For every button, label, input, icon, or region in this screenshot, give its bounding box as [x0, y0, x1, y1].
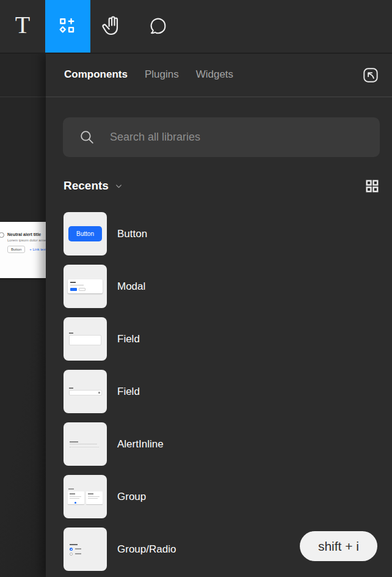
assets-tool-button[interactable] — [45, 0, 90, 53]
component-label: Button — [117, 228, 147, 240]
hand-tool-icon — [101, 15, 125, 38]
top-toolbar: T — [0, 0, 392, 54]
search-icon — [79, 129, 95, 145]
canvas-area[interactable]: Neutral alert title Lorem ipsum dolor am… — [0, 54, 46, 577]
component-label: Field — [117, 386, 140, 398]
tab-plugins[interactable]: Plugins — [145, 68, 179, 81]
component-thumbnail: Button — [64, 212, 107, 255]
panel-divider — [46, 97, 392, 97]
component-label: Modal — [117, 281, 145, 293]
component-thumbnail — [64, 265, 107, 308]
component-thumbnail — [64, 422, 107, 466]
assets-panel: Components Plugins Widgets Recents — [46, 54, 392, 577]
comment-tool-button[interactable] — [136, 0, 181, 53]
chevron-down-icon — [115, 182, 123, 190]
component-list-item[interactable]: Field — [64, 370, 382, 413]
component-thumbnail — [64, 475, 107, 518]
component-thumbnail — [64, 527, 107, 571]
alert-link[interactable]: + Link text — [29, 248, 46, 251]
panel-tabs: Components Plugins Widgets — [64, 62, 382, 87]
component-label: Field — [117, 333, 140, 345]
component-label: AlertInline — [117, 438, 164, 450]
grid-view-icon — [365, 178, 380, 194]
alert-body-text: Lorem ipsum dolor amet consec — [7, 238, 46, 242]
component-list-item[interactable]: Button Button — [64, 212, 382, 255]
tab-components[interactable]: Components — [64, 68, 128, 81]
alert-button[interactable]: Button — [7, 246, 25, 253]
search-input[interactable] — [109, 130, 368, 144]
component-label: Group/Radio — [117, 543, 176, 556]
canvas-frame-edge — [0, 97, 46, 97]
component-list-item[interactable]: Group — [64, 475, 382, 518]
recents-dropdown-button[interactable]: Recents — [64, 179, 123, 193]
text-tool-button[interactable]: T — [0, 0, 45, 53]
hand-tool-button[interactable] — [90, 0, 136, 53]
canvas-alert-component[interactable]: Neutral alert title Lorem ipsum dolor am… — [0, 222, 46, 278]
component-thumbnail — [64, 370, 107, 413]
pop-out-panel-button[interactable] — [360, 65, 381, 86]
text-tool-icon: T — [15, 13, 30, 37]
component-thumbnail — [64, 317, 107, 361]
assets-tool-icon — [57, 15, 79, 37]
grid-view-button[interactable] — [365, 178, 380, 194]
alert-actions: Button + Link text — [7, 246, 46, 253]
info-icon — [0, 232, 4, 238]
shortcut-hint-badge: shift + i — [300, 531, 377, 561]
tab-widgets[interactable]: Widgets — [196, 68, 233, 81]
component-list-item[interactable]: AlertInline — [64, 422, 382, 466]
comment-tool-icon — [148, 16, 169, 37]
component-list: Button Button Modal Field Field AlertInl… — [64, 212, 382, 577]
component-label: Group — [117, 491, 146, 503]
arrow-up-left-box-icon — [361, 65, 380, 85]
component-list-item[interactable]: Modal — [64, 265, 382, 308]
component-list-item[interactable]: Field — [64, 317, 382, 361]
library-search[interactable] — [63, 117, 380, 157]
alert-title: Neutral alert title — [7, 232, 46, 237]
recents-title: Recents — [64, 179, 109, 193]
recents-header: Recents — [64, 175, 380, 197]
